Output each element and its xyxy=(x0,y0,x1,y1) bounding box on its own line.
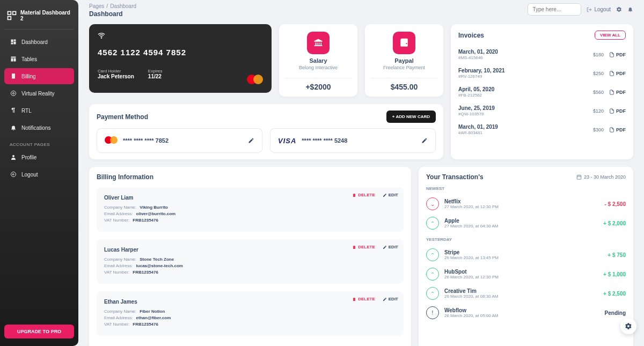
sidebar-item-rtl[interactable]: RTL xyxy=(4,102,74,119)
breadcrumb-parent[interactable]: Pages xyxy=(89,3,104,9)
invoices-title: Invoices xyxy=(458,32,484,39)
invoice-code: #MS-415646 xyxy=(458,55,498,60)
svg-rect-2 xyxy=(8,17,11,20)
pdf-button[interactable]: PDF xyxy=(609,90,626,95)
vr-icon xyxy=(10,90,17,97)
card-masked: **** **** **** 7852 xyxy=(123,137,169,144)
edit-icon[interactable] xyxy=(248,137,254,144)
wifi-icon xyxy=(98,32,263,39)
invoices-card: Invoices VIEW ALL March, 01, 2020#MS-415… xyxy=(451,24,633,159)
transactions-section-newest: NEWEST xyxy=(426,186,626,191)
sidebar-item-label: Tables xyxy=(21,56,37,62)
account-pages-header: ACCOUNT PAGES xyxy=(4,137,74,149)
edit-icon[interactable] xyxy=(421,137,428,144)
pdf-button[interactable]: PDF xyxy=(609,52,626,57)
invoice-date: June, 25, 2019 xyxy=(458,105,495,111)
sidebar-item-profile[interactable]: Profile xyxy=(4,149,74,165)
sidebar-item-label: Profile xyxy=(21,154,36,160)
page-title: Dashboard xyxy=(89,10,136,18)
transaction-name: HubSpot xyxy=(444,269,499,275)
sidebar-item-virtual-reality[interactable]: Virtual Reality xyxy=(4,85,74,101)
sidebar-item-label: Logout xyxy=(21,172,38,178)
transaction-amount: + $ 2,000 xyxy=(603,220,626,226)
stat-salary: Salary Belong Interactive +$2000 xyxy=(279,24,357,97)
arrow-up-icon: ⌃ xyxy=(426,217,439,230)
invoice-amount: $250 xyxy=(593,71,604,76)
edit-button[interactable]: EDIT xyxy=(383,297,398,301)
notifications-icon[interactable] xyxy=(627,6,633,12)
delete-button[interactable]: DELETE xyxy=(352,297,375,301)
invoice-row: April, 05, 2020#FB-212562$560PDF xyxy=(458,83,626,101)
transaction-row: ⌃Apple27 March 2020, at 04:30 AM+ $ 2,00… xyxy=(426,214,626,233)
svg-point-9 xyxy=(101,38,101,38)
arrow-down-icon: ⌄ xyxy=(426,197,439,210)
stat-subtitle: Freelance Payment xyxy=(370,65,438,70)
transaction-name: Webflow xyxy=(444,307,499,313)
payment-card: VISA**** **** **** 5248 xyxy=(270,128,436,153)
stat-subtitle: Belong Interactive xyxy=(284,65,352,70)
billing-item: Lucas HarperCompany Name: Stone Tech Zon… xyxy=(97,239,404,284)
transaction-amount: Pending xyxy=(605,310,626,316)
invoice-row: June, 25, 2019#QW-103578$120PDF xyxy=(458,101,626,120)
svg-rect-1 xyxy=(13,12,16,15)
sidebar-item-label: Billing xyxy=(21,73,36,79)
invoice-amount: $560 xyxy=(593,90,604,95)
settings-fab[interactable] xyxy=(620,318,636,334)
sidebar: Material Dashboard 2 DashboardTablesBill… xyxy=(0,0,78,346)
transaction-name: Apple xyxy=(444,218,499,224)
sidebar-item-billing[interactable]: Billing xyxy=(4,68,74,84)
transaction-name: Stripe xyxy=(444,249,499,255)
credit-card: 4562 1122 4594 7852 Card HolderJack Pete… xyxy=(89,24,272,93)
billing-info-card: Billing Information Oliver LiamCompany N… xyxy=(89,167,411,346)
transaction-name: Creative Tim xyxy=(444,288,499,294)
mastercard-icon xyxy=(247,75,263,85)
edit-button[interactable]: EDIT xyxy=(383,245,398,249)
sidebar-item-notifications[interactable]: Notifications xyxy=(4,120,74,136)
sidebar-item-logout[interactable]: Logout xyxy=(4,166,74,182)
brand-icon xyxy=(6,10,17,21)
invoice-code: #QW-103578 xyxy=(458,112,495,116)
payment-method-card: Payment Method + ADD NEW CARD **** **** … xyxy=(89,104,443,159)
invoice-code: #AR-803481 xyxy=(458,130,498,135)
transaction-amount: + $ 2,500 xyxy=(603,291,626,297)
delete-button[interactable]: DELETE xyxy=(352,245,375,249)
pdf-button[interactable]: PDF xyxy=(609,71,626,76)
transaction-date: 26 March 2020, at 05:00 AM xyxy=(444,313,499,318)
sidebar-item-label: Virtual Reality xyxy=(21,91,55,97)
logout-link[interactable]: Logout xyxy=(587,6,611,12)
transactions-section-yesterday: YESTERDAY xyxy=(426,237,626,242)
card-number: 4562 1122 4594 7852 xyxy=(98,48,263,57)
sidebar-item-label: RTL xyxy=(21,108,32,114)
stat-amount: $455.00 xyxy=(370,78,438,91)
invoice-date: April, 05, 2020 xyxy=(458,86,494,92)
transaction-date: 26 March 2020, at 12:30 PM xyxy=(444,275,499,279)
logout-icon xyxy=(10,171,17,178)
view-all-button[interactable]: VIEW ALL xyxy=(595,31,626,40)
settings-icon[interactable] xyxy=(616,6,622,12)
stat-title: Paypal xyxy=(370,57,438,64)
upgrade-button[interactable]: UPGRADE TO PRO xyxy=(4,325,74,338)
sidebar-item-label: Notifications xyxy=(21,125,50,131)
arrow-up-icon: ⌃ xyxy=(426,287,439,300)
sidebar-item-dashboard[interactable]: Dashboard xyxy=(4,34,74,50)
invoice-code: #FB-212562 xyxy=(458,93,494,98)
search-input[interactable] xyxy=(528,3,581,16)
topbar: Pages/Dashboard Dashboard Logout xyxy=(89,3,633,18)
transaction-date: 26 March 2020, at 08:30 AM xyxy=(444,294,499,299)
dashboard-icon xyxy=(10,38,17,46)
transaction-name: Netflix xyxy=(444,198,499,204)
stat-title: Salary xyxy=(284,57,352,64)
invoice-code: #RV-126749 xyxy=(458,74,505,79)
pdf-button[interactable]: PDF xyxy=(609,127,626,132)
add-card-button[interactable]: + ADD NEW CARD xyxy=(386,111,436,123)
brand-label: Material Dashboard 2 xyxy=(20,10,72,21)
svg-point-5 xyxy=(12,155,14,157)
card-holder: Jack Peterson xyxy=(98,73,134,79)
pdf-button[interactable]: PDF xyxy=(609,108,626,114)
invoice-amount: $120 xyxy=(593,108,604,114)
sidebar-item-tables[interactable]: Tables xyxy=(4,51,74,67)
brand: Material Dashboard 2 xyxy=(4,6,74,30)
mastercard-icon xyxy=(105,136,118,145)
delete-button[interactable]: DELETE xyxy=(352,193,375,197)
edit-button[interactable]: EDIT xyxy=(383,193,398,197)
